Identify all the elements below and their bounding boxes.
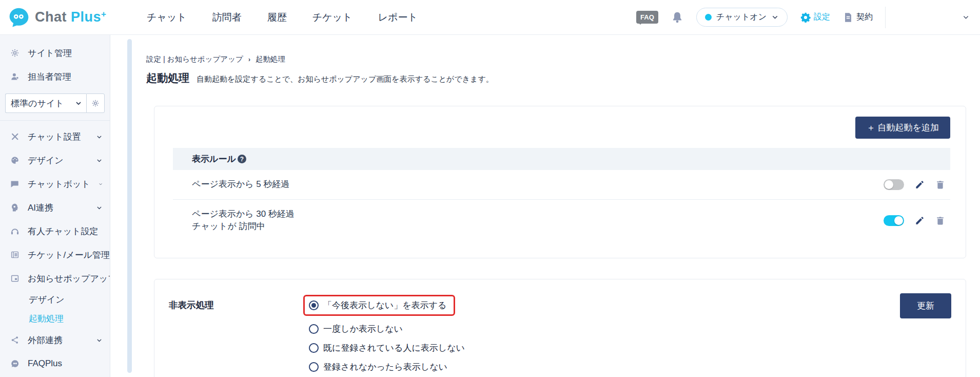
rules-header-label: 表示ルール xyxy=(192,153,236,165)
chat-status-label: チャットオン xyxy=(716,12,767,23)
hide-processing-card: 非表示処理 「今後表示しない」を表示する 一度しか表示しない 既に登録されている… xyxy=(154,279,966,377)
radio-option-hide-if-not-registered[interactable]: 登録されなかったら表示しない xyxy=(303,361,621,373)
sidebar-item-agent-management[interactable]: 担当者管理 xyxy=(0,65,110,88)
tools-icon xyxy=(10,132,19,141)
chat-status-dropdown[interactable]: チャットオン xyxy=(696,8,788,27)
scrollbar[interactable] xyxy=(127,39,132,373)
chevron-down-icon xyxy=(96,134,103,140)
radio-icon[interactable] xyxy=(309,324,319,334)
sidebar-subitem-popup-design[interactable]: デザイン xyxy=(0,290,110,309)
site-select-value: 標準のサイト xyxy=(11,98,64,109)
sidebar-item-label: 有人チャット設定 xyxy=(28,225,99,237)
sidebar-item-ticket-mail-management[interactable]: チケット/メール管理 xyxy=(0,243,110,267)
radio-selected-icon[interactable] xyxy=(309,300,319,310)
sidebar-item-label: FAQPlus xyxy=(28,359,62,369)
sidebar-item-ai-integration[interactable]: AI連携 xyxy=(0,196,110,219)
edit-pencil-icon[interactable] xyxy=(915,180,925,190)
page-title: 起動処理 xyxy=(146,71,189,85)
nav-tickets[interactable]: チケット xyxy=(312,11,352,24)
rule-enabled-toggle[interactable] xyxy=(884,215,904,226)
sidebar-item-label: お知らせポップアップ xyxy=(28,273,110,285)
sidebar-subitem-label: デザイン xyxy=(29,294,65,306)
sidebar-item-manned-chat-settings[interactable]: 有人チャット設定 xyxy=(0,219,110,243)
account-dropdown[interactable] xyxy=(898,13,970,21)
contract-link[interactable]: 契約 xyxy=(842,12,873,23)
nav-chat[interactable]: チャット xyxy=(147,11,187,24)
delete-trash-icon[interactable] xyxy=(935,216,945,225)
update-button[interactable]: 更新 xyxy=(900,293,951,318)
table-row: ページ表示から 5 秒経過 xyxy=(173,170,950,199)
ai-head-icon xyxy=(10,203,19,212)
breadcrumb-current: 起動処理 xyxy=(256,54,285,64)
main-content: 設定 | お知らせポップアップ › 起動処理 起動処理 自動起動を設定することで… xyxy=(146,35,980,377)
site-select[interactable]: 標準のサイト xyxy=(5,93,86,113)
chevron-down-icon xyxy=(96,337,103,344)
hide-processing-label: 非表示処理 xyxy=(169,299,214,311)
site-settings-button[interactable] xyxy=(86,93,105,113)
toggle-knob xyxy=(894,216,903,225)
radio-icon[interactable] xyxy=(309,343,319,353)
nav-reports[interactable]: レポート xyxy=(378,11,418,24)
rules-table-header: 表示ルール ? xyxy=(173,148,950,170)
hide-options-group: 「今後表示しない」を表示する 一度しか表示しない 既に登録されている人に表示しな… xyxy=(303,295,621,373)
radio-option-label: 登録されなかったら表示しない xyxy=(323,361,447,373)
sidebar-item-external-integration[interactable]: 外部連携 xyxy=(0,328,110,352)
header-divider xyxy=(885,7,886,28)
chatplus-logo[interactable]: Chat Plus+ xyxy=(0,7,128,28)
auto-launch-rules-card: ＋ 自動起動を追加 表示ルール ? ページ表示から 5 秒経過 ページ表示から … xyxy=(154,106,966,258)
sidebar-item-design[interactable]: デザイン xyxy=(0,148,110,172)
rule-text-line: ページ表示から 30 秒経過 xyxy=(192,208,295,221)
radio-icon[interactable] xyxy=(309,362,319,372)
nav-history[interactable]: 履歴 xyxy=(267,11,287,24)
page-description: 自動起動を設定することで、お知らせポップアップ画面を表示することができます。 xyxy=(197,74,494,84)
sidebar: サイト管理 担当者管理 標準のサイト チャット設置 デザイン チャットボット A… xyxy=(0,35,110,377)
chevron-down-icon xyxy=(96,157,103,164)
chevron-down-icon xyxy=(962,13,970,21)
gear-icon xyxy=(10,48,19,58)
edit-pencil-icon[interactable] xyxy=(915,216,925,225)
sidebar-item-chat-install[interactable]: チャット設置 xyxy=(0,125,110,148)
share-icon xyxy=(10,335,19,345)
sidebar-item-label: チャットボット xyxy=(28,178,90,190)
chatplus-logo-icon xyxy=(8,7,30,28)
faq-badge[interactable]: FAQ xyxy=(636,11,658,24)
breadcrumb: 設定 | お知らせポップアップ › 起動処理 xyxy=(146,54,980,64)
sidebar-item-label: デザイン xyxy=(28,155,64,166)
chevron-down-icon xyxy=(75,100,82,107)
settings-link[interactable]: 設定 xyxy=(800,12,830,23)
radio-option-show-dont-show-again[interactable]: 「今後表示しない」を表示する xyxy=(303,295,455,316)
gear-icon xyxy=(91,99,100,107)
sidebar-item-label: チケット/メール管理 xyxy=(28,249,110,261)
document-icon xyxy=(842,12,854,23)
rule-enabled-toggle[interactable] xyxy=(884,179,904,190)
sidebar-subitem-startup-process[interactable]: 起動処理 xyxy=(0,309,110,328)
delete-trash-icon[interactable] xyxy=(935,180,945,190)
top-header: Chat Plus+ チャット 訪問者 履歴 チケット レポート FAQ チャッ… xyxy=(0,0,980,35)
sidebar-subitem-label: 起動処理 xyxy=(29,313,64,325)
add-auto-launch-button[interactable]: ＋ 自動起動を追加 xyxy=(855,117,950,139)
palette-icon xyxy=(10,156,19,165)
sidebar-item-site-management[interactable]: サイト管理 xyxy=(0,41,110,65)
help-icon[interactable]: ? xyxy=(238,155,246,163)
radio-option-show-only-once[interactable]: 一度しか表示しない xyxy=(303,323,621,335)
radio-option-label: 一度しか表示しない xyxy=(323,323,403,335)
logo-text: Chat Plus+ xyxy=(35,9,106,25)
sidebar-item-label: サイト管理 xyxy=(28,47,72,59)
nav-visitors[interactable]: 訪問者 xyxy=(212,11,242,24)
ticket-list-icon xyxy=(10,250,19,259)
chevron-down-icon xyxy=(771,13,779,21)
chat-online-dot xyxy=(705,14,712,21)
radio-option-hide-for-registered[interactable]: 既に登録されている人に表示しない xyxy=(303,342,621,354)
sidebar-item-announcement-popup[interactable]: お知らせポップアップ xyxy=(0,267,110,290)
notifications-bell-icon[interactable] xyxy=(671,11,684,24)
sidebar-item-faqplus[interactable]: FAQPlus xyxy=(0,352,110,375)
settings-label: 設定 xyxy=(814,12,830,23)
headset-icon xyxy=(10,227,19,236)
chevron-down-icon xyxy=(96,204,103,211)
sidebar-item-label: AI連携 xyxy=(28,202,53,214)
sidebar-item-chatbot[interactable]: チャットボット xyxy=(0,172,110,196)
rules-table: 表示ルール ? ページ表示から 5 秒経過 ページ表示から 30 秒経過 チャッ… xyxy=(173,148,950,241)
chevron-down-icon xyxy=(99,181,103,187)
table-row: ページ表示から 30 秒経過 チャットが 訪問中 xyxy=(173,199,950,241)
breadcrumb-parent[interactable]: 設定 | お知らせポップアップ xyxy=(146,54,243,64)
